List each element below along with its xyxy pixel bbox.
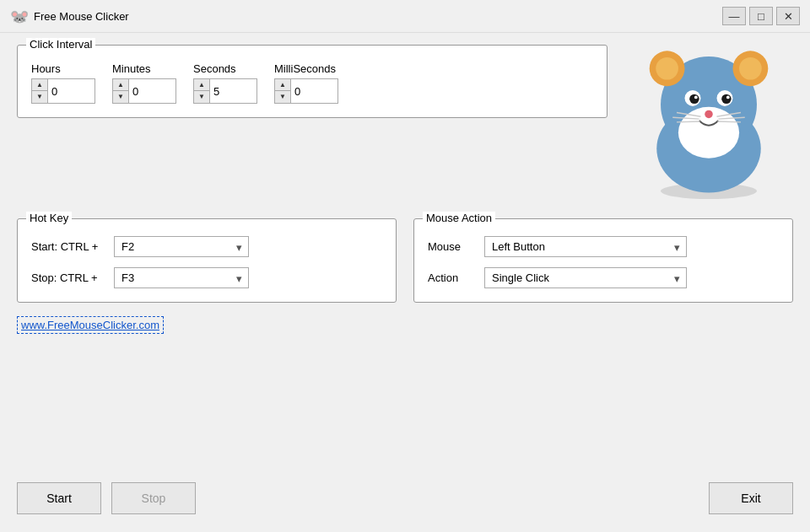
minutes-spinner: ▲ ▼ [112, 78, 176, 104]
mouse-action-rows: Mouse Left Button Right Button Middle Bu… [428, 236, 779, 288]
stop-hotkey-label: Stop: CTRL + [31, 271, 107, 284]
stop-hotkey-select-wrapper: F3 F1 F2 F4 F5 F6 [114, 267, 249, 288]
action-type-select[interactable]: Single Click Double Click [484, 267, 687, 288]
maximize-button[interactable]: □ [749, 7, 773, 25]
svg-line-20 [717, 121, 741, 122]
mascot-area [624, 36, 793, 205]
hours-spinner: ▲ ▼ [31, 78, 95, 104]
title-bar: 🐭 Free Mouse Clicker — □ ✕ [0, 0, 810, 33]
hotkey-label: Hot Key [26, 212, 72, 224]
svg-point-12 [694, 96, 698, 99]
app-title: Free Mouse Clicker [34, 10, 722, 23]
hotkey-group: Hot Key Start: CTRL + F2 F1 F3 F4 F5 F6 [17, 218, 397, 303]
mouse-select-wrapper: Left Button Right Button Middle Button [484, 236, 687, 257]
minutes-up-button[interactable]: ▲ [113, 79, 128, 91]
action-select-wrapper: Single Click Double Click [484, 267, 687, 288]
seconds-spinner: ▲ ▼ [193, 78, 257, 104]
start-hotkey-select-wrapper: F2 F1 F3 F4 F5 F6 [114, 236, 249, 257]
milliseconds-input[interactable] [291, 79, 338, 103]
mascot-icon [633, 40, 785, 201]
hotkey-rows: Start: CTRL + F2 F1 F3 F4 F5 F6 Stop: C [31, 236, 382, 288]
mouse-row: Mouse Left Button Right Button Middle Bu… [428, 236, 779, 257]
hours-field: Hours ▲ ▼ [31, 62, 95, 104]
main-content: Click Interval Hours ▲ ▼ Minutes [0, 33, 810, 529]
start-hotkey-row: Start: CTRL + F2 F1 F3 F4 F5 F6 [31, 236, 382, 257]
action-label: Action [428, 271, 474, 284]
start-hotkey-label: Start: CTRL + [31, 240, 107, 253]
hours-up-button[interactable]: ▲ [32, 79, 47, 91]
hours-label: Hours [31, 62, 61, 75]
exit-button[interactable]: Exit [709, 482, 793, 514]
stop-hotkey-select[interactable]: F3 F1 F2 F4 F5 F6 [114, 267, 249, 288]
interval-fields: Hours ▲ ▼ Minutes ▲ ▼ [31, 62, 593, 104]
website-link[interactable]: www.FreeMouseClicker.com [17, 316, 164, 334]
hours-down-button[interactable]: ▼ [32, 91, 47, 103]
minutes-label: Minutes [112, 62, 151, 75]
footer-row: www.FreeMouseClicker.com [17, 316, 793, 341]
svg-point-14 [705, 110, 713, 119]
click-interval-group: Click Interval Hours ▲ ▼ Minutes [17, 45, 608, 118]
minimize-button[interactable]: — [722, 7, 746, 25]
seconds-field: Seconds ▲ ▼ [193, 62, 257, 104]
seconds-input[interactable] [210, 79, 256, 103]
close-button[interactable]: ✕ [776, 7, 800, 25]
minutes-down-button[interactable]: ▼ [113, 91, 128, 103]
svg-point-6 [739, 57, 762, 80]
mouse-action-label: Mouse Action [423, 212, 495, 224]
minutes-input[interactable] [129, 79, 176, 103]
hours-input[interactable] [48, 79, 94, 103]
bottom-panels: Hot Key Start: CTRL + F2 F1 F3 F4 F5 F6 [17, 218, 793, 303]
seconds-down-button[interactable]: ▼ [194, 91, 209, 103]
seconds-up-button[interactable]: ▲ [194, 79, 209, 91]
seconds-spinner-buttons: ▲ ▼ [194, 79, 210, 103]
stop-button[interactable]: Stop [111, 482, 196, 514]
svg-line-17 [677, 121, 700, 122]
seconds-label: Seconds [193, 62, 236, 75]
milliseconds-label: MilliSeconds [274, 62, 336, 75]
top-section: Click Interval Hours ▲ ▼ Minutes [17, 45, 793, 205]
action-bar: Start Stop Exit [17, 482, 793, 518]
svg-point-11 [721, 94, 731, 104]
milliseconds-spinner: ▲ ▼ [274, 78, 338, 104]
milliseconds-spinner-buttons: ▲ ▼ [275, 79, 291, 103]
mouse-button-select[interactable]: Left Button Right Button Middle Button [484, 236, 687, 257]
mouse-label: Mouse [428, 240, 474, 253]
svg-point-13 [726, 96, 730, 99]
start-button[interactable]: Start [17, 482, 101, 514]
start-hotkey-select[interactable]: F2 F1 F3 F4 F5 F6 [114, 236, 249, 257]
svg-point-4 [656, 57, 678, 80]
hours-spinner-buttons: ▲ ▼ [32, 79, 48, 103]
svg-point-10 [689, 94, 699, 104]
mouse-action-group: Mouse Action Mouse Left Button Right But… [413, 218, 793, 303]
milliseconds-up-button[interactable]: ▲ [275, 79, 290, 91]
app-icon: 🐭 [10, 8, 27, 24]
milliseconds-down-button[interactable]: ▼ [275, 91, 290, 103]
milliseconds-field: MilliSeconds ▲ ▼ [274, 62, 338, 104]
minutes-field: Minutes ▲ ▼ [112, 62, 176, 104]
window-controls: — □ ✕ [722, 7, 800, 25]
action-row: Action Single Click Double Click [428, 267, 779, 288]
stop-hotkey-row: Stop: CTRL + F3 F1 F2 F4 F5 F6 [31, 267, 382, 288]
click-interval-label: Click Interval [26, 38, 95, 51]
minutes-spinner-buttons: ▲ ▼ [113, 79, 129, 103]
